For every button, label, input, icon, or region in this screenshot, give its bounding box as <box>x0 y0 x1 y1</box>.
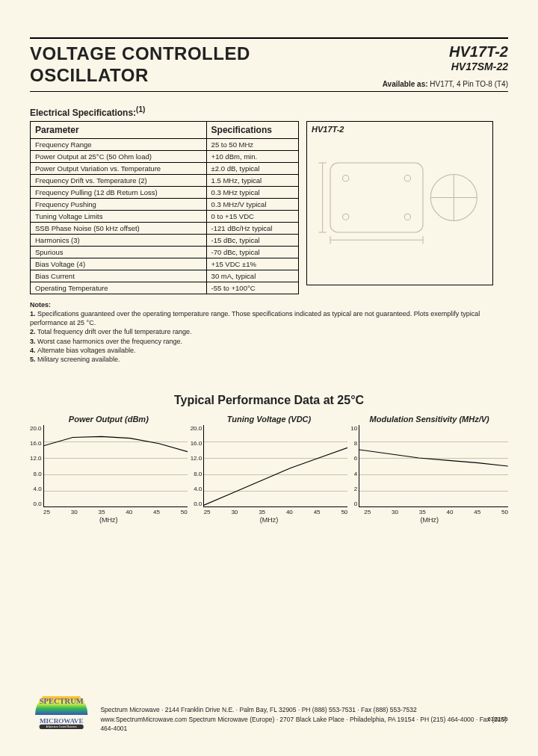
table-row: SSB Phase Noise (50 kHz offset)-121 dBc/… <box>31 223 299 235</box>
col-spec: Specifications <box>206 122 298 139</box>
diagram-label: HV17T-2 <box>312 125 488 134</box>
performance-title: Typical Performance Data at 25°C <box>30 394 508 407</box>
svg-text:MICROWAVE: MICROWAVE <box>40 717 84 725</box>
part-number-sub: HV17SM-22 <box>383 61 508 72</box>
spec-cell: 25 to 50 MHz <box>206 139 298 151</box>
y-axis-ticks: 20.016.012.08.04.00.0 <box>191 425 204 507</box>
table-row: Spurious-70 dBc, typical <box>31 247 299 258</box>
chart: Power Output (dBm)20.016.012.08.04.00.02… <box>30 415 188 524</box>
x-axis-ticks: 253035404550 <box>191 509 348 515</box>
param-cell: Frequency Pulling (12 dB Return Loss) <box>31 187 207 199</box>
svg-point-12 <box>343 214 349 220</box>
footer-text: Spectrum Microwave · 2144 Franklin Drive… <box>100 705 508 734</box>
spec-row: Parameter Specifications Frequency Range… <box>30 121 508 294</box>
table-row: Tuning Voltage Limits0 to +15 VDC <box>31 211 299 223</box>
plot-area <box>359 425 508 507</box>
note-item: 2. Total frequency drift over the full t… <box>30 327 508 336</box>
notes-title: Notes: <box>30 300 508 309</box>
x-axis-label: (MHz) <box>350 516 508 524</box>
param-cell: Frequency Pushing <box>31 199 207 211</box>
table-row: Operating Temperature-55 to +100°C <box>31 282 299 294</box>
spec-table-body: Frequency Range25 to 50 MHzPower Output … <box>31 139 299 294</box>
available-text: HV17T, 4 Pin TO-8 (T4) <box>428 80 508 88</box>
spec-cell: 0.3 MHz typical <box>206 187 298 199</box>
spec-cell: 0.3 MHz/V typical <box>206 199 298 211</box>
svg-point-13 <box>404 214 410 220</box>
svg-text:SPECTRUM: SPECTRUM <box>40 697 84 705</box>
note-item: 3. Worst case harmonics over the frequen… <box>30 337 508 346</box>
notes-block: Notes: 1. Specifications guaranteed over… <box>30 300 508 364</box>
table-row: Power Output Variation vs. Temperature±2… <box>31 163 299 175</box>
spec-section-title: Electrical Specifications:(1) <box>30 105 508 118</box>
note-item: 4. Alternate bias voltages available. <box>30 346 508 355</box>
param-cell: Frequency Range <box>31 139 207 151</box>
available-as: Available as: HV17T, 4 Pin TO-8 (T4) <box>383 80 508 88</box>
table-row: Frequency Drift vs. Temperature (2)1.5 M… <box>31 175 299 187</box>
note-item: 5. Military screening available. <box>30 355 508 364</box>
param-cell: Operating Temperature <box>31 282 207 294</box>
svg-rect-0 <box>330 163 423 232</box>
spec-cell: -121 dBc/Hz typical <box>206 223 298 235</box>
chart-title: Tuning Voltage (VDC) <box>191 415 348 424</box>
title-line-1: VOLTAGE CONTROLLED <box>30 43 250 65</box>
svg-point-10 <box>343 176 349 182</box>
y-axis-ticks: 1086420 <box>350 425 359 507</box>
table-row: Frequency Range25 to 50 MHz <box>31 139 299 151</box>
date-stamp: 03/02/05 <box>488 716 508 722</box>
table-row: Frequency Pushing0.3 MHz/V typical <box>31 199 299 211</box>
note-item: 1. Specifications guaranteed over the op… <box>30 309 508 327</box>
svg-text:A Spectrum Control Business: A Spectrum Control Business <box>46 725 77 728</box>
header-rule <box>30 91 508 92</box>
available-label: Available as: <box>383 80 428 88</box>
footer: SPECTRUM MICROWAVE A Spectrum Control Bu… <box>30 696 508 734</box>
footer-company-2: Spectrum Microwave (Europe) <box>187 716 274 723</box>
chart-title: Power Output (dBm) <box>30 415 188 424</box>
spec-cell: 0 to +15 VDC <box>206 211 298 223</box>
param-cell: Bias Current <box>31 270 207 282</box>
param-cell: Spurious <box>31 247 207 258</box>
table-row: Harmonics (3)-15 dBc, typical <box>31 235 299 247</box>
table-row: Bias Current30 mA, typical <box>31 270 299 282</box>
plot-area <box>43 425 188 507</box>
plot-area <box>203 425 347 507</box>
x-axis-label: (MHz) <box>30 516 188 524</box>
chart: Modulation Sensitivity (MHz/V)1086420253… <box>350 415 508 524</box>
spec-cell: 30 mA, typical <box>206 270 298 282</box>
charts-row: Power Output (dBm)20.016.012.08.04.00.02… <box>30 415 508 524</box>
x-axis-ticks: 253035404550 <box>30 509 188 515</box>
svg-point-11 <box>404 176 410 182</box>
spec-cell: ±2.0 dB, typical <box>206 163 298 175</box>
table-row: Power Output at 25°C (50 Ohm load)+10 dB… <box>31 151 299 163</box>
spec-cell: -70 dBc, typical <box>206 247 298 258</box>
x-axis-ticks: 253035404550 <box>350 509 508 515</box>
part-number-main: HV17T-2 <box>383 43 508 61</box>
param-cell: Bias Voltage (4) <box>31 258 207 270</box>
spec-cell: +10 dBm, min. <box>206 151 298 163</box>
x-axis-label: (MHz) <box>191 516 348 524</box>
datasheet-page: VOLTAGE CONTROLLED OSCILLATOR HV17T-2 HV… <box>0 0 538 756</box>
param-cell: Tuning Voltage Limits <box>31 211 207 223</box>
param-cell: SSB Phase Noise (50 kHz offset) <box>31 223 207 235</box>
title-line-2: OSCILLATOR <box>30 65 250 87</box>
notes-list: 1. Specifications guaranteed over the op… <box>30 309 508 364</box>
col-parameter: Parameter <box>31 122 207 139</box>
header: VOLTAGE CONTROLLED OSCILLATOR HV17T-2 HV… <box>30 39 508 91</box>
param-cell: Frequency Drift vs. Temperature (2) <box>31 175 207 187</box>
chart: Tuning Voltage (VDC)20.016.012.08.04.00.… <box>191 415 348 524</box>
spec-cell: 1.5 MHz, typical <box>206 175 298 187</box>
spec-cell: -55 to +100°C <box>206 282 298 294</box>
part-number-block: HV17T-2 HV17SM-22 Available as: HV17T, 4… <box>383 43 508 88</box>
spec-cell: +15 VDC ±1% <box>206 258 298 270</box>
footer-company-1: Spectrum Microwave <box>100 706 159 713</box>
param-cell: Power Output at 25°C (50 Ohm load) <box>31 151 207 163</box>
table-row: Bias Voltage (4)+15 VDC ±1% <box>31 258 299 270</box>
spec-table: Parameter Specifications Frequency Range… <box>30 121 299 294</box>
table-row: Frequency Pulling (12 dB Return Loss)0.3… <box>31 187 299 199</box>
param-cell: Harmonics (3) <box>31 235 207 247</box>
company-logo-icon: SPECTRUM MICROWAVE A Spectrum Control Bu… <box>30 696 93 734</box>
param-cell: Power Output Variation vs. Temperature <box>31 163 207 175</box>
y-axis-ticks: 20.016.012.08.04.00.0 <box>30 425 43 507</box>
footer-addr-1: · 2144 Franklin Drive N.E. · Palm Bay, F… <box>160 706 417 713</box>
chart-title: Modulation Sensitivity (MHz/V) <box>350 415 508 424</box>
package-diagram: HV17T-2 <box>306 121 493 285</box>
